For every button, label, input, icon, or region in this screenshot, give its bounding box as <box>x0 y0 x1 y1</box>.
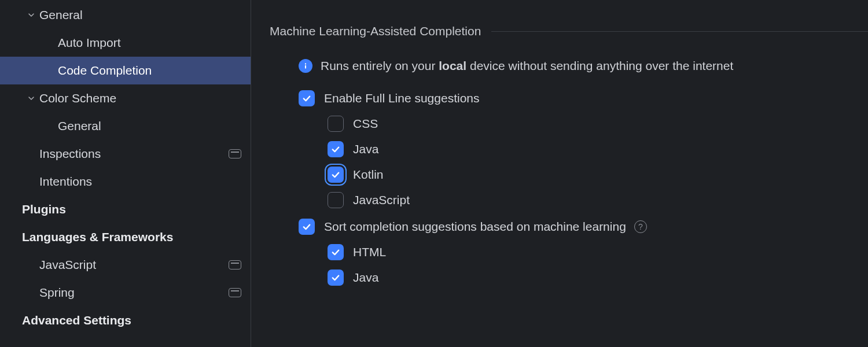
sidebar-item-color-scheme[interactable]: Color Scheme <box>0 84 251 112</box>
full-line-lang-label: JavaScript <box>353 193 410 207</box>
sidebar-item-plugins[interactable]: Plugins <box>0 195 251 223</box>
full-line-lang-checkbox-javascript[interactable] <box>328 192 344 208</box>
sidebar-item-spring[interactable]: Spring <box>0 279 251 307</box>
sort-lang-label: HTML <box>353 245 386 259</box>
info-text-bold: local <box>439 59 466 72</box>
chevron-down-icon[interactable] <box>25 10 37 20</box>
sort-lang-checkbox-java[interactable] <box>328 270 344 286</box>
sidebar-item-label: General <box>58 119 241 133</box>
enable-full-line-label: Enable Full Line suggestions <box>324 91 480 105</box>
sort-ml-checkbox[interactable] <box>299 219 315 235</box>
sidebar-item-javascript[interactable]: JavaScript <box>0 251 251 279</box>
sidebar-item-label: Auto Import <box>58 36 241 50</box>
section-header: Machine Learning-Assisted Completion <box>270 24 868 38</box>
sort-ml-row[interactable]: Sort completion suggestions based on mac… <box>270 219 868 235</box>
sidebar-item-inspections[interactable]: Inspections <box>0 140 251 168</box>
info-text-post: device without sending anything over the… <box>466 59 733 72</box>
sidebar-item-advanced-settings[interactable]: Advanced Settings <box>0 307 251 334</box>
sidebar-item-label: JavaScript <box>39 258 229 272</box>
settings-sidebar: GeneralAuto ImportCode CompletionColor S… <box>0 0 251 347</box>
full-line-lang-row-css[interactable]: CSS <box>270 116 868 132</box>
full-line-lang-checkbox-kotlin[interactable] <box>328 167 344 183</box>
settings-main-panel: Machine Learning-Assisted Completion Run… <box>251 0 868 347</box>
sidebar-item-label: Color Scheme <box>39 91 241 105</box>
chevron-down-icon[interactable] <box>25 94 37 103</box>
sidebar-item-auto-import[interactable]: Auto Import <box>0 29 251 57</box>
scope-badge-icon <box>229 149 241 158</box>
full-line-lang-label: CSS <box>353 117 378 131</box>
sidebar-item-label: Inspections <box>39 147 229 161</box>
scope-badge-icon <box>229 288 241 297</box>
info-text-pre: Runs entirely on your <box>321 59 439 72</box>
full-line-lang-row-javascript[interactable]: JavaScript <box>270 192 868 208</box>
sidebar-item-general[interactable]: General <box>0 1 251 29</box>
sidebar-item-languages-frameworks[interactable]: Languages & Frameworks <box>0 223 251 251</box>
full-line-lang-checkbox-css[interactable] <box>328 116 344 132</box>
full-line-lang-row-kotlin[interactable]: Kotlin <box>270 167 868 183</box>
info-icon <box>299 59 312 73</box>
full-line-lang-row-java[interactable]: Java <box>270 141 868 157</box>
enable-full-line-row[interactable]: Enable Full Line suggestions <box>270 90 868 106</box>
full-line-lang-label: Kotlin <box>353 168 384 182</box>
sort-lang-checkbox-html[interactable] <box>328 244 344 260</box>
divider <box>491 31 868 32</box>
sort-ml-label: Sort completion suggestions based on mac… <box>324 220 626 234</box>
sidebar-item-label: Advanced Settings <box>22 313 241 327</box>
section-title: Machine Learning-Assisted Completion <box>270 24 481 38</box>
sidebar-item-label: Languages & Frameworks <box>22 230 241 244</box>
sidebar-item-general[interactable]: General <box>0 112 251 140</box>
svg-rect-1 <box>305 65 306 69</box>
sidebar-item-label: Spring <box>39 286 229 300</box>
sidebar-item-label: Intentions <box>39 175 241 189</box>
full-line-lang-label: Java <box>353 142 378 156</box>
sort-lang-row-java[interactable]: Java <box>270 270 868 286</box>
info-text: Runs entirely on your local device witho… <box>321 59 733 73</box>
info-row: Runs entirely on your local device witho… <box>270 59 868 73</box>
sidebar-item-label: Code Completion <box>58 64 241 77</box>
svg-point-0 <box>305 63 306 64</box>
help-icon[interactable]: ? <box>634 220 647 233</box>
enable-full-line-checkbox[interactable] <box>299 90 315 106</box>
scope-badge-icon <box>229 260 241 270</box>
sidebar-item-intentions[interactable]: Intentions <box>0 168 251 195</box>
sidebar-item-label: Plugins <box>22 202 241 216</box>
full-line-lang-checkbox-java[interactable] <box>328 141 344 157</box>
sort-lang-row-html[interactable]: HTML <box>270 244 868 260</box>
sidebar-item-code-completion[interactable]: Code Completion <box>0 57 251 84</box>
sidebar-item-label: General <box>39 8 241 22</box>
sort-lang-label: Java <box>353 271 378 285</box>
